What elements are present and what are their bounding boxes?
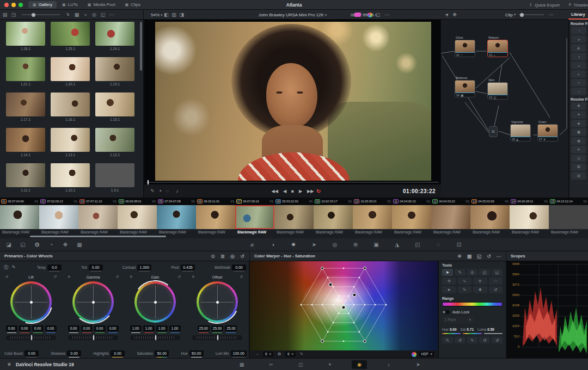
expand-gallery-icon[interactable]: ◱ [99, 11, 107, 18]
fx-defocus-icon[interactable]: ○ [571, 88, 586, 95]
timeline-clip[interactable]: 04 06:09:38:01 V1 Blackmagic RAW [118, 198, 157, 236]
warper-grid-icon[interactable]: ▦ [467, 252, 472, 260]
timeline-clip[interactable]: 13 04:25:02:06 V1 Blackmagic RAW [470, 198, 510, 236]
camera-raw-icon[interactable]: ◪ [4, 242, 13, 248]
auto-lock-toggle[interactable] [442, 310, 450, 314]
timeline-clip[interactable]: 07 06:07:09:16 V1 Blackmagic RAW [235, 198, 274, 236]
hue-steps-icon[interactable]: ◔ [253, 350, 261, 358]
node-mixer[interactable]: ⊞ [489, 126, 498, 137]
clip-thumbnail[interactable] [235, 205, 274, 229]
master-adjustment[interactable]: Tint 0.00 [81, 264, 103, 270]
footer-adjustment[interactable]: Hue 50.00 [181, 350, 204, 356]
pin-tool-icon[interactable]: ◎ [467, 269, 478, 276]
wheel-option-icon[interactable]: ✛ [130, 275, 133, 279]
fx-drop-icon[interactable]: ◕ [571, 35, 586, 43]
page-deliver[interactable]: ➤ [411, 360, 426, 369]
node-more-icon[interactable]: ⋯ [547, 11, 555, 18]
still-thumbnail[interactable] [51, 163, 90, 187]
pane-left-icon[interactable]: ◧ [163, 11, 170, 18]
ripple-icon[interactable]: ❖ [473, 286, 487, 293]
value-field[interactable]: 1.000 [137, 264, 151, 270]
color-warper-icon[interactable]: ✳ [289, 242, 298, 248]
close-window-button[interactable] [4, 3, 9, 7]
pane-right-icon[interactable]: ◨ [178, 11, 186, 18]
wheel-circle[interactable] [134, 281, 176, 323]
timeline-clip[interactable]: 10 10:25:39:21 V1 Blackmagic RAW [353, 198, 392, 236]
hdr-wheels-icon[interactable]: ◔ [47, 242, 56, 248]
fx-map-icon[interactable]: ▣ [571, 128, 586, 136]
node-balance[interactable]: Balance 04▣ [455, 76, 475, 97]
panel-toggle-tab[interactable]: ▣Gallery [28, 1, 57, 8]
waveform-scope[interactable]: 40953584307225602048153610245120 [506, 261, 588, 358]
gallery-still[interactable]: 1.20.1 [48, 57, 93, 92]
fx-haze-icon[interactable]: ◒ [571, 61, 586, 69]
value-field[interactable]: 50.00 [155, 350, 169, 356]
page-fusion[interactable]: ✴ [322, 360, 338, 369]
nudge-icon[interactable]: ➤ [442, 286, 456, 293]
timeline-clip[interactable]: 14 04:26:28:11 V1 Blackmagic RAW [510, 198, 549, 236]
wheel-indicator[interactable] [92, 301, 95, 304]
lasso-tool-icon[interactable]: ◌ [164, 187, 171, 195]
sat-edit-icon[interactable]: ✎ [467, 337, 478, 343]
gallery-still[interactable]: 1.21.1 [3, 57, 48, 92]
value-field[interactable]: 0.0 [47, 264, 62, 270]
fx-ring-icon[interactable]: ◎ [571, 155, 586, 162]
zoom-window-button[interactable] [19, 3, 23, 7]
fx-disc-icon[interactable]: ◍ [571, 172, 586, 180]
timeline-clip[interactable]: 05 07:34:07:08 V1 Blackmagic RAW [157, 198, 196, 236]
fx-chroma-icon[interactable]: ◈ [571, 120, 586, 127]
node-view-select[interactable]: Clip▾ [505, 13, 516, 17]
stop-button[interactable]: ■ [291, 189, 294, 194]
timeline-clip[interactable]: 09 10:02:33:17 V1 Blackmagic RAW [314, 198, 353, 236]
still-thumbnail[interactable] [95, 163, 134, 187]
clip-thumbnail[interactable] [118, 205, 157, 229]
still-thumbnail[interactable] [51, 128, 90, 152]
stereo-icon[interactable]: ◰ [413, 242, 422, 248]
audio-mute-icon[interactable]: ♪ [174, 187, 181, 195]
still-thumbnail[interactable] [95, 128, 134, 152]
clip-thumbnail[interactable] [39, 205, 78, 229]
gallery-still[interactable]: 1.25.1 [48, 22, 93, 57]
still-thumbnail[interactable] [95, 92, 134, 116]
auto-balance-icon[interactable]: Ⓐ [2, 263, 10, 271]
warper-more-icon[interactable]: ⋯ [496, 252, 501, 260]
still-thumbnail[interactable] [51, 22, 90, 46]
wheel-indicator[interactable] [216, 301, 219, 304]
viewer-image[interactable] [155, 22, 431, 181]
gallery-still[interactable]: 1.9.1 [93, 163, 137, 199]
color-space-select[interactable]: HSP ▾ [419, 351, 434, 357]
clip-thumbnail[interactable] [78, 205, 118, 229]
clip-thumbnail[interactable] [353, 205, 392, 229]
gallery-still[interactable]: 1.15.1 [93, 92, 137, 128]
value-field[interactable]: 0.00 [232, 264, 246, 270]
timeline-clip[interactable]: 02 07:02:09:12 V1 Blackmagic RAW [39, 198, 78, 236]
node-vignette[interactable]: Vignette 06◭ [510, 120, 531, 125]
wheels-search-icon[interactable]: ◎ [230, 252, 235, 260]
still-thumbnail[interactable] [51, 92, 90, 116]
value-field[interactable]: 0.00 [24, 350, 39, 356]
fx-burst-icon[interactable]: ❂ [571, 163, 586, 171]
clip-thumbnail[interactable] [510, 205, 549, 229]
draw-icon[interactable]: ✎ [298, 350, 305, 358]
hue-steps-select[interactable]: 6 ▾ [263, 351, 273, 357]
bars-mode-icon[interactable]: ≣ [220, 252, 225, 260]
panel-toggle-tab[interactable]: ▣LUTs [58, 1, 82, 8]
color-warper-canvas[interactable] [250, 261, 438, 350]
wheels-mode-icon[interactable]: ⊙ [210, 252, 216, 260]
fx-prism-icon[interactable]: ◭ [571, 44, 586, 52]
node-grain[interactable]: Grain 07● [537, 120, 558, 141]
wheel-option-icon[interactable]: ✛ [192, 275, 195, 279]
last-frame-button[interactable]: ▶▶ [307, 189, 314, 194]
wheel-indicator[interactable] [154, 301, 157, 304]
blur-icon[interactable]: ⊕ [351, 242, 360, 248]
stills-icon[interactable]: ▤ [1, 11, 9, 18]
flag-icon[interactable] [354, 13, 361, 17]
search-icon[interactable]: ◎ [90, 11, 98, 18]
color-wheel-icon[interactable] [367, 13, 372, 17]
gallery-still[interactable]: 1.16.1 [48, 92, 93, 128]
master-adjustment[interactable]: Mid/Detail 0.00 [215, 264, 246, 270]
timeline-scrollbar[interactable] [30, 236, 166, 237]
still-thumbnail[interactable] [6, 92, 45, 116]
footer-adjustment[interactable]: Color Boost 0.00 [4, 350, 39, 356]
play-button[interactable]: ▶ [299, 189, 302, 194]
